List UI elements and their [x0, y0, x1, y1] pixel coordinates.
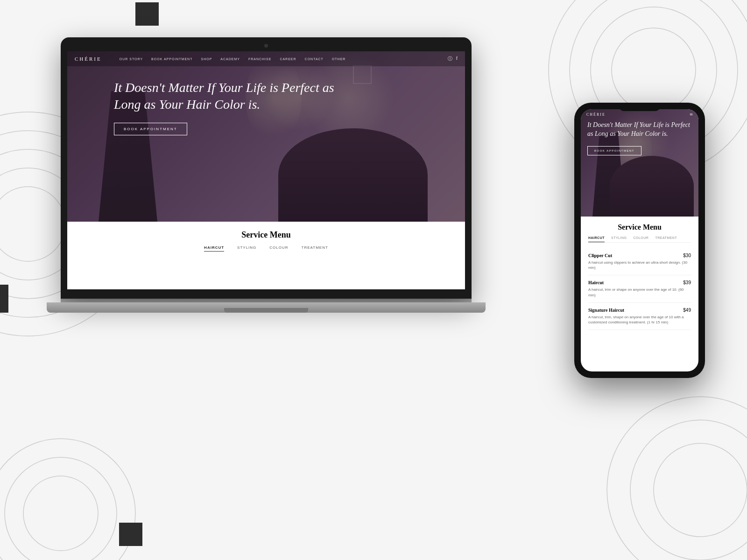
- phone-hero: CHÉRIE ≡ It Doesn't Matter If Your Life …: [581, 109, 698, 217]
- laptop-hinge: [61, 299, 472, 302]
- service-item-2-header: Haircut $39: [588, 280, 691, 285]
- phone-tab-colour[interactable]: COLOUR: [633, 236, 648, 242]
- service-item-1-name: Clipper Cut: [588, 253, 612, 258]
- laptop-service-title: Service Menu: [81, 230, 451, 240]
- phone-service-tabs: HAIRCUT STYLING COLOUR TREATMENT: [588, 236, 691, 243]
- laptop-logo: CHÉRIE: [75, 56, 102, 62]
- instagram-icon[interactable]: Ⓘ: [448, 56, 452, 62]
- service-item-1: Clipper Cut $30 A haircut using clippers…: [588, 248, 691, 275]
- laptop-screen: CHÉRIE OUR STORY BOOK APPOINTMENT SHOP A…: [67, 51, 465, 289]
- phone-body: CHÉRIE ≡ It Doesn't Matter If Your Life …: [574, 103, 705, 378]
- laptop-nav-link-5[interactable]: FRANCHISE: [248, 57, 271, 61]
- laptop-nav-link-4[interactable]: ACADEMY: [220, 57, 240, 61]
- laptop-tab-treatment[interactable]: TREATMENT: [302, 245, 328, 252]
- phone-device: CHÉRIE ≡ It Doesn't Matter If Your Life …: [574, 103, 705, 383]
- phone-book-btn[interactable]: BOOK APPOINTMENT: [587, 146, 641, 155]
- laptop-service-tabs: HAIRCUT STYLING COLOUR TREATMENT: [81, 245, 451, 252]
- laptop-book-btn[interactable]: BOOK APPOINTMENT: [114, 123, 187, 135]
- laptop-tab-haircut[interactable]: HAIRCUT: [204, 245, 224, 252]
- hero-overlay: [67, 51, 465, 222]
- laptop-service-section: Service Menu HAIRCUT STYLING COLOUR TREA…: [67, 222, 465, 289]
- service-item-2-desc: A haircut, trim or shape on anyone over …: [588, 287, 691, 297]
- laptop-nav-link-6[interactable]: CAREER: [280, 57, 296, 61]
- laptop-nav: CHÉRIE OUR STORY BOOK APPOINTMENT SHOP A…: [67, 51, 465, 66]
- phone-screen: CHÉRIE ≡ It Doesn't Matter If Your Life …: [581, 109, 698, 371]
- laptop-nav-link-1[interactable]: OUR STORY: [120, 57, 143, 61]
- phone-tab-haircut[interactable]: HAIRCUT: [588, 236, 605, 242]
- laptop-base: [47, 302, 486, 313]
- phone-logo: CHÉRIE: [586, 112, 606, 117]
- service-item-3-price: $49: [683, 308, 691, 313]
- laptop-device: CHÉRIE OUR STORY BOOK APPOINTMENT SHOP A…: [61, 37, 472, 355]
- service-item-1-header: Clipper Cut $30: [588, 253, 691, 258]
- laptop-hero: It Doesn't Matter If Your Life is Perfec…: [67, 51, 465, 222]
- laptop-body: CHÉRIE OUR STORY BOOK APPOINTMENT SHOP A…: [61, 37, 472, 299]
- hamburger-icon[interactable]: ≡: [690, 111, 693, 118]
- service-item-2-name: Haircut: [588, 280, 604, 285]
- phone-service-title: Service Menu: [588, 223, 691, 231]
- phone-notch: [619, 103, 661, 111]
- service-item-2-price: $39: [683, 280, 691, 285]
- phone-tab-styling[interactable]: STYLING: [611, 236, 627, 242]
- phone-service-section: Service Menu HAIRCUT STYLING COLOUR TREA…: [581, 217, 698, 330]
- laptop-nav-link-3[interactable]: SHOP: [201, 57, 212, 61]
- service-item-3: Signature Haircut $49 A haircut, trim, s…: [588, 303, 691, 330]
- laptop-hero-headline: It Doesn't Matter If Your Life is Perfec…: [114, 79, 347, 113]
- laptop-nav-link-7[interactable]: CONTACT: [305, 57, 324, 61]
- scene-container: CHÉRIE OUR STORY BOOK APPOINTMENT SHOP A…: [0, 0, 747, 560]
- laptop-tab-colour[interactable]: COLOUR: [269, 245, 288, 252]
- service-item-3-header: Signature Haircut $49: [588, 308, 691, 313]
- laptop-hero-text: It Doesn't Matter If Your Life is Perfec…: [114, 79, 347, 135]
- phone-hero-headline: It Doesn't Matter If Your Life is Perfec…: [587, 121, 692, 139]
- laptop-hero-bg: [67, 51, 465, 222]
- phone-tab-treatment[interactable]: TREATMENT: [655, 236, 677, 242]
- laptop-social-icons: Ⓘ f: [448, 56, 458, 62]
- laptop-tab-styling[interactable]: STYLING: [237, 245, 256, 252]
- laptop-camera: [264, 44, 268, 48]
- phone-hero-text: It Doesn't Matter If Your Life is Perfec…: [587, 121, 692, 155]
- facebook-icon[interactable]: f: [456, 56, 458, 62]
- laptop-nav-link-8[interactable]: OTHER: [332, 57, 346, 61]
- service-item-2: Haircut $39 A haircut, trim or shape on …: [588, 275, 691, 302]
- service-item-3-desc: A haircut, trim, shape on anyone over th…: [588, 315, 691, 325]
- service-item-3-name: Signature Haircut: [588, 308, 624, 313]
- service-item-1-desc: A haircut using clippers to achieve an u…: [588, 260, 691, 270]
- laptop-nav-link-2[interactable]: BOOK APPOINTMENT: [151, 57, 192, 61]
- service-item-1-price: $30: [683, 253, 691, 258]
